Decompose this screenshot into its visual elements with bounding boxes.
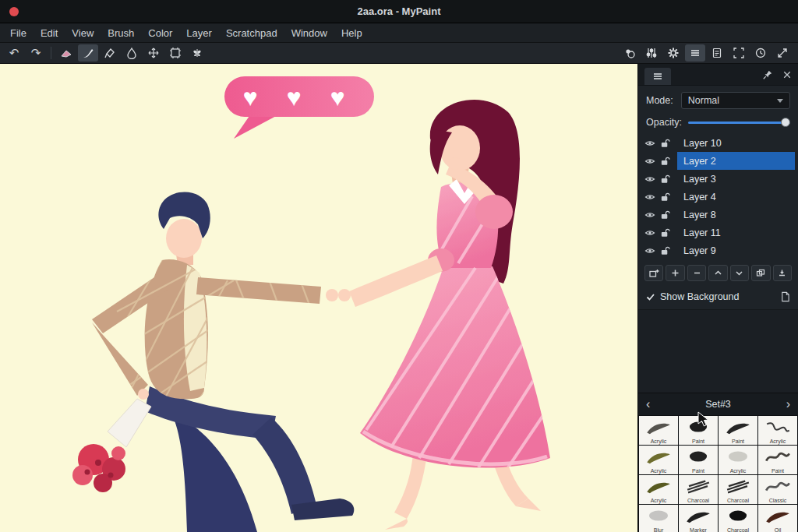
new-layer-button[interactable]: [644, 265, 663, 281]
menu-window[interactable]: Window: [284, 25, 334, 41]
show-background-row[interactable]: Show Background: [638, 284, 798, 310]
close-window-button[interactable]: [9, 7, 19, 16]
lock-icon[interactable]: [660, 228, 670, 238]
brush-stroke-icon: [722, 418, 754, 437]
move-tool-button[interactable]: [143, 44, 164, 62]
opacity-slider-knob[interactable]: [781, 118, 790, 127]
menu-brush[interactable]: Brush: [101, 25, 141, 41]
brush-item[interactable]: Charcoal: [679, 475, 718, 504]
brush-item[interactable]: Acrylic: [639, 446, 678, 474]
color-sampler-button[interactable]: [620, 44, 640, 62]
brush-item[interactable]: Classic: [758, 475, 797, 504]
raise-layer-button[interactable]: [708, 265, 727, 281]
lock-icon[interactable]: [660, 174, 670, 184]
layer-row[interactable]: Layer 9: [638, 241, 798, 259]
eye-icon[interactable]: [644, 157, 655, 165]
brush-item[interactable]: Acrylic: [719, 446, 757, 474]
remove-layer-button[interactable]: [687, 265, 706, 281]
symmetry-tool-button[interactable]: [187, 44, 207, 62]
brush-item[interactable]: Charcoal: [719, 475, 757, 504]
layer-name[interactable]: Layer 10: [677, 134, 795, 152]
brush-item[interactable]: Paint: [679, 446, 718, 474]
redo-button[interactable]: ↷: [26, 44, 46, 62]
menu-color[interactable]: Color: [141, 25, 179, 41]
scratchpad-doc-button[interactable]: [707, 44, 727, 62]
expand-icon: [776, 47, 789, 59]
menu-scratchpad[interactable]: Scratchpad: [219, 25, 284, 41]
layer-row[interactable]: Layer 11: [638, 224, 798, 241]
brush-item[interactable]: Marker: [679, 505, 718, 532]
layer-row[interactable]: Layer 10: [638, 134, 798, 152]
ink-tool-button[interactable]: [100, 44, 120, 62]
frame-tool-button[interactable]: [165, 44, 185, 62]
brush-item[interactable]: Acrylic: [758, 416, 797, 445]
layer-row-icons: [644, 157, 677, 166]
layer-name[interactable]: Layer 3: [677, 170, 795, 188]
layer-name[interactable]: Layer 8: [677, 206, 795, 224]
add-layer-button[interactable]: [666, 265, 684, 281]
brush-stroke-icon: [643, 448, 674, 467]
eye-icon[interactable]: [644, 211, 655, 219]
layer-name[interactable]: Layer 9: [677, 241, 795, 259]
menu-bar: File Edit View Brush Color Layer Scratch…: [0, 23, 798, 43]
smudge-tool-button[interactable]: [122, 44, 142, 62]
panel-tools: [762, 69, 792, 80]
layer-row-icons: [644, 228, 677, 238]
layer-name[interactable]: Layer 2: [677, 152, 795, 170]
lock-icon[interactable]: [660, 192, 670, 202]
eye-icon[interactable]: [644, 229, 655, 237]
layer-row[interactable]: Layer 3: [638, 170, 798, 188]
lock-icon[interactable]: [660, 210, 670, 220]
layer-name[interactable]: Layer 11: [677, 224, 795, 241]
undo-button[interactable]: ↶: [4, 44, 24, 62]
window-title: 2aa.ora - MyPaint: [358, 5, 441, 17]
menu-view[interactable]: View: [65, 25, 101, 41]
mode-dropdown[interactable]: Normal: [681, 92, 790, 109]
layers-panel-button[interactable]: [685, 44, 705, 62]
layer-row-icons: [644, 174, 677, 184]
layer-buttons-row: [638, 259, 798, 284]
fullscreen-button[interactable]: [729, 44, 749, 62]
canvas[interactable]: ♥ ♥ ♥: [0, 64, 637, 532]
layer-name[interactable]: Layer 4: [677, 188, 795, 206]
checkmark-icon: [646, 293, 655, 301]
brush-item[interactable]: Paint: [758, 446, 797, 474]
lock-icon[interactable]: [660, 139, 670, 148]
layer-row[interactable]: Layer 4: [638, 188, 798, 206]
pin-icon[interactable]: [762, 69, 773, 80]
brush-item[interactable]: Charcoal: [719, 505, 757, 532]
duplicate-layer-button[interactable]: [751, 265, 770, 281]
background-doc-icon[interactable]: [780, 291, 790, 302]
mode-label: Mode:: [646, 95, 673, 106]
expand-view-button[interactable]: [772, 44, 793, 62]
lock-icon[interactable]: [660, 246, 670, 255]
preferences-button[interactable]: [663, 44, 683, 62]
merge-layer-button[interactable]: [773, 265, 792, 281]
eye-icon[interactable]: [644, 139, 655, 147]
menu-edit[interactable]: Edit: [34, 25, 65, 41]
menu-help[interactable]: Help: [334, 25, 369, 41]
opacity-slider[interactable]: [688, 117, 790, 128]
brush-item[interactable]: Blur: [639, 505, 678, 532]
layer-row-selected[interactable]: Layer 2: [638, 152, 798, 170]
lock-icon[interactable]: [660, 157, 670, 166]
brush-item[interactable]: Oil: [758, 505, 797, 532]
eye-icon[interactable]: [644, 193, 655, 201]
eye-icon[interactable]: [644, 175, 655, 183]
brush-item[interactable]: Paint: [719, 416, 757, 445]
eye-icon[interactable]: [644, 247, 655, 255]
lower-layer-button[interactable]: [730, 265, 749, 281]
layers-tab[interactable]: [644, 68, 671, 85]
brush-settings-button[interactable]: [641, 44, 662, 62]
layer-row[interactable]: Layer 8: [638, 206, 798, 224]
menu-layer[interactable]: Layer: [179, 25, 219, 41]
eraser-tool-button[interactable]: [56, 44, 76, 62]
menu-file[interactable]: File: [3, 25, 34, 41]
history-button[interactable]: [750, 44, 771, 62]
artwork-illustration: ♥ ♥ ♥: [0, 64, 637, 532]
close-panel-icon[interactable]: [782, 70, 792, 79]
next-set-button[interactable]: ›: [786, 397, 790, 411]
brush-item[interactable]: Acrylic: [639, 416, 678, 445]
brush-tool-button[interactable]: [78, 44, 98, 62]
brush-item[interactable]: Acrylic: [639, 475, 678, 504]
